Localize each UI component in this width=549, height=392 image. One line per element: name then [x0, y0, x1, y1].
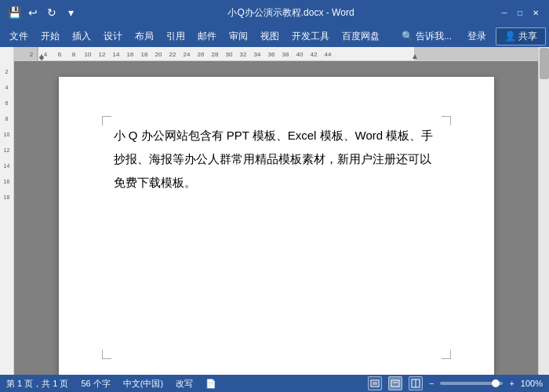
- view-read-button[interactable]: [368, 376, 382, 390]
- menu-file[interactable]: 文件: [3, 26, 35, 46]
- person-icon: 👤: [504, 31, 516, 42]
- svg-text:40: 40: [296, 51, 304, 58]
- menu-review[interactable]: 审阅: [223, 26, 254, 46]
- ruler-num: 6: [0, 100, 13, 106]
- svg-text:6: 6: [58, 51, 62, 58]
- ruler-container: 2 4 6 8 10 12 14 16 18 2 4 6 8 10 12: [0, 47, 549, 375]
- zoom-minus[interactable]: −: [429, 379, 434, 388]
- svg-text:8: 8: [72, 51, 76, 58]
- menu-developer[interactable]: 开发工具: [285, 26, 336, 46]
- minimize-button[interactable]: ─: [497, 5, 511, 20]
- svg-text:44: 44: [325, 51, 332, 58]
- corner-mark-bl: [102, 350, 111, 359]
- ruler-num: 4: [0, 85, 13, 90]
- document-content[interactable]: 小 Q 办公网站包含有 PPT 模板、Excel 模板、Word 模板、手抄报、…: [114, 124, 439, 194]
- ruler-num: 16: [0, 179, 13, 184]
- ruler-num: 14: [0, 163, 13, 169]
- vertical-ruler: 2 4 6 8 10 12 14 16 18: [0, 47, 14, 375]
- ruler-num: 10: [0, 132, 13, 137]
- search-label: 告诉我...: [416, 30, 452, 43]
- document-page: 小 Q 办公网站包含有 PPT 模板、Excel 模板、Word 模板、手抄报、…: [59, 77, 494, 375]
- undo-icon[interactable]: ↩: [25, 5, 41, 20]
- ruler-num: 18: [0, 194, 13, 200]
- svg-rect-1: [414, 47, 538, 61]
- horizontal-ruler: 2 4 6 8 10 12 14 16 18 20 22 24 26 28 30…: [14, 47, 538, 61]
- zoom-slider[interactable]: [440, 382, 503, 385]
- edit-mode: 改写: [176, 378, 193, 390]
- zoom-level: 100%: [521, 379, 543, 388]
- document-area[interactable]: 小 Q 办公网站包含有 PPT 模板、Excel 模板、Word 模板、手抄报、…: [14, 61, 538, 375]
- svg-rect-0: [14, 47, 38, 61]
- corner-mark-br: [442, 350, 451, 359]
- menu-bar: 文件 开始 插入 设计 布局 引用 邮件 审阅 视图 开发工具 百度网盘 🔍 告…: [0, 25, 549, 47]
- svg-text:12: 12: [99, 51, 106, 58]
- svg-text:28: 28: [212, 51, 219, 58]
- svg-text:4: 4: [44, 51, 48, 58]
- svg-text:36: 36: [268, 51, 275, 58]
- menu-layout[interactable]: 布局: [129, 26, 160, 46]
- share-label: 共享: [518, 30, 537, 43]
- svg-text:18: 18: [141, 51, 148, 58]
- menu-references[interactable]: 引用: [160, 26, 191, 46]
- menu-mailings[interactable]: 邮件: [191, 26, 223, 46]
- redo-icon[interactable]: ↻: [44, 5, 60, 20]
- svg-text:24: 24: [184, 51, 191, 58]
- svg-text:26: 26: [198, 51, 205, 58]
- svg-rect-28: [371, 380, 379, 387]
- svg-text:22: 22: [169, 51, 176, 58]
- svg-text:2: 2: [30, 51, 34, 58]
- page-info: 第 1 页，共 1 页: [6, 378, 68, 390]
- svg-text:20: 20: [155, 51, 162, 58]
- menu-insert[interactable]: 插入: [66, 26, 97, 46]
- menu-home[interactable]: 开始: [35, 26, 66, 46]
- corner-mark-tr: [442, 116, 451, 125]
- svg-text:42: 42: [311, 51, 318, 58]
- scroll-thumb[interactable]: [540, 48, 549, 79]
- language: 中文(中国): [123, 378, 163, 390]
- menu-design[interactable]: 设计: [97, 26, 129, 46]
- save-icon[interactable]: 💾: [6, 5, 22, 20]
- svg-text:32: 32: [240, 51, 247, 58]
- window-title: 小Q办公演示教程.docx - Word: [85, 6, 497, 20]
- restore-button[interactable]: □: [513, 5, 527, 20]
- svg-text:34: 34: [254, 51, 261, 58]
- vertical-scrollbar[interactable]: [538, 47, 549, 375]
- svg-rect-31: [391, 380, 399, 387]
- zoom-plus[interactable]: +: [509, 379, 514, 388]
- ruler-num: 2: [0, 69, 13, 74]
- svg-text:16: 16: [127, 51, 134, 58]
- main-area: 2 4 6 8 10 12 14 16 18 20 22 24 26 28 30…: [14, 47, 538, 375]
- corner-mark-tl: [102, 116, 111, 125]
- view-web-button[interactable]: [409, 376, 423, 390]
- view-print-button[interactable]: [388, 376, 402, 390]
- ruler-num: 12: [0, 147, 13, 153]
- menu-view[interactable]: 视图: [254, 26, 285, 46]
- word-count: 56 个字: [81, 378, 110, 390]
- customize-icon[interactable]: ▾: [63, 5, 78, 20]
- view-controls: − + 100%: [368, 376, 543, 390]
- header-right-actions: 🔍 告诉我... 登录 👤 共享: [395, 27, 546, 45]
- quick-access-toolbar: 💾 ↩ ↻ ▾: [6, 5, 78, 20]
- search-button[interactable]: 🔍 告诉我...: [395, 28, 458, 45]
- share-button[interactable]: 👤 共享: [496, 27, 546, 45]
- title-bar: 💾 ↩ ↻ ▾ 小Q办公演示教程.docx - Word ─ □ ✕: [0, 0, 549, 25]
- menu-baidu[interactable]: 百度网盘: [336, 26, 386, 46]
- login-button[interactable]: 登录: [461, 28, 493, 45]
- svg-text:38: 38: [282, 51, 289, 58]
- status-bar: 第 1 页，共 1 页 56 个字 中文(中国) 改写 📄 − + 100%: [0, 375, 549, 392]
- svg-text:14: 14: [113, 51, 120, 58]
- zoom-thumb[interactable]: [492, 379, 500, 387]
- document-icon: 📄: [205, 379, 216, 389]
- svg-text:10: 10: [85, 51, 92, 58]
- svg-text:30: 30: [226, 51, 233, 58]
- search-icon: 🔍: [402, 31, 413, 42]
- close-button[interactable]: ✕: [529, 5, 543, 20]
- ruler-num: 8: [0, 116, 13, 122]
- window-controls: ─ □ ✕: [497, 5, 543, 20]
